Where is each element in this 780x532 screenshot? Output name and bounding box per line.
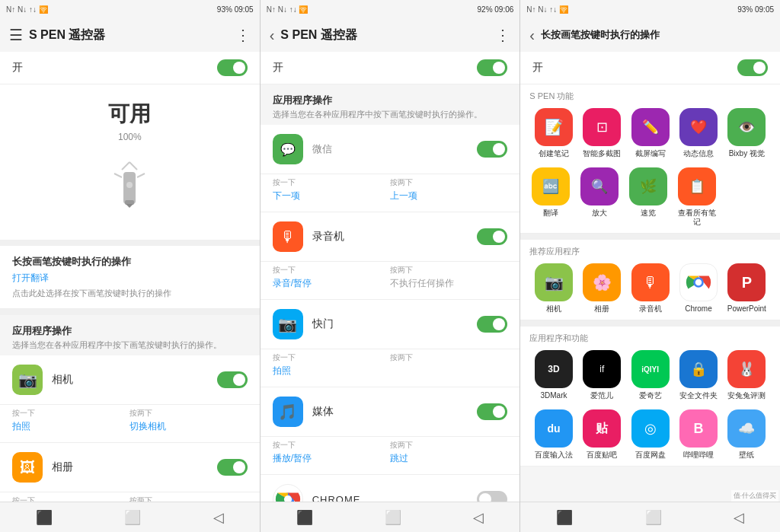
svg-line-0 — [122, 162, 129, 170]
grid-item-live-message[interactable]: ❤️ 动态信息 — [677, 108, 720, 158]
smart-capture-label: 智能多截图 — [583, 149, 621, 158]
gallery-name: 相册 — [52, 460, 217, 474]
recorder-sub-p2: 按一下 录音/暂停 按两下 不执行任何操作 — [261, 262, 520, 300]
back-arrow-2[interactable]: ‹ — [270, 27, 275, 44]
rec-recorder[interactable]: 🎙 录音机 — [629, 263, 672, 314]
baidu-pan-icon: ◎ — [631, 409, 670, 448]
action-link[interactable]: 打开翻译 — [12, 272, 248, 285]
grid-item-smart-capture[interactable]: ⊡ 智能多截图 — [580, 108, 623, 158]
gallery-press: 按一下 下一项 — [12, 495, 129, 502]
camera-hold: 按两下 切换相机 — [129, 408, 247, 433]
pen-functions-grid: 📝 创建笔记 ⊡ 智能多截图 ✏️ 截屏编写 — [529, 108, 771, 158]
camera-toggle[interactable] — [217, 371, 248, 388]
top-bar-1: ☰ S PEN 遥控器 ⋮ — [0, 18, 260, 52]
status-left-3: N↑ N↓ ↑↓ 🛜 — [526, 5, 568, 14]
grid-item-bixby[interactable]: 👁️ Bixby 视觉 — [725, 108, 768, 158]
more-icon-1[interactable]: ⋮ — [235, 26, 251, 44]
wechat-toggle[interactable] — [477, 141, 507, 158]
rec-gallery[interactable]: 🌸 相册 — [580, 263, 623, 314]
shutter-press-val[interactable]: 拍照 — [273, 365, 390, 377]
rec-press-val-p2[interactable]: 录音/暂停 — [273, 277, 390, 290]
media-press-val[interactable]: 播放/暂停 — [273, 452, 390, 465]
back-arrow-3[interactable]: ‹ — [529, 27, 535, 44]
menu-icon-1[interactable]: ☰ — [9, 26, 23, 44]
grid-item-all-notes[interactable]: 📋 查看所有笔记 — [676, 167, 718, 227]
recorder-toggle-p2[interactable] — [477, 228, 507, 245]
divider-p3-1 — [520, 234, 780, 240]
rec-camera[interactable]: 📷 相机 — [532, 263, 575, 314]
wechat-hold-val[interactable]: 上一项 — [390, 190, 507, 202]
status-left-2: N↑ N↓ ↑↓ 🛜 — [267, 5, 308, 14]
home-btn-2[interactable]: ⬜ — [385, 509, 401, 526]
media-press-lbl: 按一下 — [273, 440, 390, 451]
recent-btn-3[interactable]: ⬛ — [556, 509, 573, 526]
camera-hold-val[interactable]: 切换相机 — [129, 420, 247, 433]
rec-ppt[interactable]: P PowerPoint — [725, 263, 768, 314]
top-bar-3: ‹ 长按画笔按键时执行的操作 — [520, 18, 780, 52]
back-btn-3[interactable]: ◁ — [734, 509, 744, 526]
gallery-toggle[interactable] — [217, 459, 248, 476]
app-antutu[interactable]: 🐰 安兔兔评测 — [725, 350, 768, 400]
shutter-press: 按一下 拍照 — [273, 352, 390, 377]
shutter-toggle[interactable] — [477, 316, 507, 333]
smart-capture-icon: ⊡ — [583, 108, 621, 146]
home-btn-3[interactable]: ⬜ — [645, 509, 662, 526]
app-safe-folder[interactable]: 🔒 安全文件夹 — [677, 350, 720, 400]
grid-item-magnify[interactable]: 🔍 放大 — [578, 167, 621, 227]
app-baidu-tieba[interactable]: 贴 百度贴吧 — [580, 409, 623, 460]
panel-3: N↑ N↓ ↑↓ 🛜 93% 09:05 ‹ 长按画笔按键时执行的操作 开 S … — [520, 0, 780, 532]
back-btn-1[interactable]: ◁ — [213, 509, 224, 526]
app-wallpaper[interactable]: ☁️ 壁纸 — [725, 409, 768, 460]
panel-2: N↑ N↓ ↑↓ 🛜 92% 09:06 ‹ S PEN 遥控器 ⋮ 开 应用程… — [261, 0, 521, 532]
camera-name: 相机 — [52, 373, 217, 387]
wechat-press-val[interactable]: 下一项 — [273, 190, 390, 202]
rec-chrome[interactable]: Chrome — [677, 263, 720, 314]
app-baidu-input[interactable]: du 百度输入法 — [532, 409, 575, 460]
camera-press: 按一下 拍照 — [12, 408, 129, 433]
app-ifanr[interactable]: if 爱范儿 — [580, 350, 623, 400]
recent-btn-2[interactable]: ⬛ — [296, 509, 313, 526]
rec-hold-val-p2[interactable]: 不执行任何操作 — [390, 277, 507, 290]
app-bilibili[interactable]: B 哔哩哔哩 — [677, 409, 720, 460]
more-icon-2[interactable]: ⋮ — [495, 26, 510, 44]
available-pct: 100% — [12, 132, 248, 142]
svg-marker-6 — [126, 204, 133, 208]
main-toggle-3[interactable] — [737, 59, 768, 76]
grid-item-create-note[interactable]: 📝 创建笔记 — [532, 108, 575, 158]
pen-functions-section: S PEN 功能 📝 创建笔记 ⊡ 智能多截图 ✏️ — [520, 84, 780, 234]
chrome-toggle[interactable] — [477, 491, 507, 502]
apps-functions-label: 应用程序和功能 — [529, 333, 771, 344]
create-note-icon: 📝 — [535, 108, 573, 146]
main-toggle-1[interactable] — [217, 59, 248, 76]
content-3: 开 S PEN 功能 📝 创建笔记 ⊡ 智能多截图 — [520, 52, 780, 502]
safe-folder-icon: 🔒 — [679, 350, 718, 388]
home-btn-1[interactable]: ⬜ — [124, 509, 141, 526]
pen-functions-label: S PEN 功能 — [529, 91, 771, 102]
wechat-sub: 按一下 下一项 按两下 上一项 — [261, 174, 520, 212]
app-baidu-pan[interactable]: ◎ 百度网盘 — [629, 409, 672, 460]
app-3dmark[interactable]: 3D 3DMark — [532, 350, 575, 400]
media-name: 媒体 — [312, 405, 478, 419]
grid-item-glance[interactable]: 🌿 速览 — [627, 167, 670, 227]
divider-1 — [0, 309, 260, 315]
media-hold-val[interactable]: 跳过 — [390, 452, 507, 465]
camera-press-val[interactable]: 拍照 — [12, 420, 129, 433]
baidu-input-icon: du — [535, 409, 573, 448]
bottom-nav-2: ⬛ ⬜ ◁ — [261, 502, 520, 532]
all-notes-icon: 📋 — [678, 167, 716, 205]
status-bar-3: N↑ N↓ ↑↓ 🛜 93% 09:05 — [520, 0, 780, 18]
app-ops-desc: 选择当您在各种应用程序中按下画笔按键时执行的操作。 — [12, 339, 248, 351]
media-toggle[interactable] — [477, 403, 507, 420]
main-toggle-2[interactable] — [477, 59, 507, 76]
app-iqiyi[interactable]: iQIYI 爱奇艺 — [629, 350, 672, 400]
recent-btn-1[interactable]: ⬛ — [36, 509, 53, 526]
back-btn-2[interactable]: ◁ — [473, 509, 484, 526]
rec-gallery-label: 相册 — [594, 304, 609, 314]
grid-item-screen-write[interactable]: ✏️ 截屏编写 — [629, 108, 672, 158]
safe-folder-label: 安全文件夹 — [679, 391, 718, 400]
press-label-g: 按一下 — [12, 495, 129, 502]
3dmark-icon: 3D — [535, 350, 573, 388]
all-notes-label: 查看所有笔记 — [676, 209, 718, 227]
app-ops-header: 应用程序操作 选择当您在各种应用程序中按下画笔按键时执行的操作。 — [0, 315, 260, 355]
grid-item-translate[interactable]: 🔤 翻译 — [529, 167, 572, 227]
